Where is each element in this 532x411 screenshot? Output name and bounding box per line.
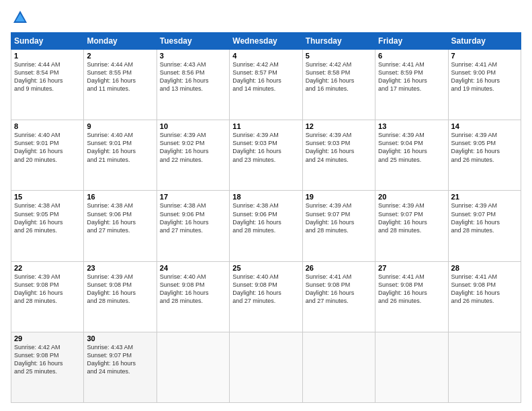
day-info: Sunrise: 4:41 AMSunset: 9:00 PMDaylight:… <box>451 61 500 92</box>
day-info: Sunrise: 4:40 AMSunset: 9:08 PMDaylight:… <box>160 273 209 304</box>
calendar-cell <box>448 332 521 402</box>
day-number: 23 <box>87 264 153 272</box>
day-number: 19 <box>306 193 372 201</box>
weekday-header: Sunday <box>11 33 84 50</box>
day-number: 8 <box>14 122 81 130</box>
logo-icon <box>11 8 30 27</box>
day-info: Sunrise: 4:43 AMSunset: 8:56 PMDaylight:… <box>160 61 209 92</box>
day-info: Sunrise: 4:38 AMSunset: 9:06 PMDaylight:… <box>160 202 209 233</box>
day-info: Sunrise: 4:44 AMSunset: 8:54 PMDaylight:… <box>14 61 63 92</box>
day-info: Sunrise: 4:39 AMSunset: 9:03 PMDaylight:… <box>232 132 281 163</box>
day-info: Sunrise: 4:39 AMSunset: 9:08 PMDaylight:… <box>14 273 63 304</box>
calendar-cell: 30 Sunrise: 4:43 AMSunset: 9:07 PMDaylig… <box>84 332 157 402</box>
day-number: 7 <box>451 52 518 60</box>
calendar-cell: 18 Sunrise: 4:38 AMSunset: 9:06 PMDaylig… <box>230 191 302 261</box>
day-number: 18 <box>232 193 299 201</box>
calendar-cell: 19 Sunrise: 4:39 AMSunset: 9:07 PMDaylig… <box>302 191 375 261</box>
day-info: Sunrise: 4:40 AMSunset: 9:01 PMDaylight:… <box>14 132 63 163</box>
calendar-cell: 3 Sunrise: 4:43 AMSunset: 8:56 PMDayligh… <box>157 50 229 120</box>
calendar-cell: 25 Sunrise: 4:40 AMSunset: 9:08 PMDaylig… <box>230 261 302 332</box>
calendar-cell: 16 Sunrise: 4:38 AMSunset: 9:06 PMDaylig… <box>84 191 157 261</box>
calendar-cell <box>302 332 375 402</box>
day-info: Sunrise: 4:40 AMSunset: 9:01 PMDaylight:… <box>87 132 136 163</box>
day-info: Sunrise: 4:41 AMSunset: 9:08 PMDaylight:… <box>451 273 500 304</box>
calendar-cell: 20 Sunrise: 4:39 AMSunset: 9:07 PMDaylig… <box>375 191 448 261</box>
calendar-cell: 4 Sunrise: 4:42 AMSunset: 8:57 PMDayligh… <box>230 50 302 120</box>
calendar-cell: 21 Sunrise: 4:39 AMSunset: 9:07 PMDaylig… <box>448 191 521 261</box>
day-number: 5 <box>306 52 372 60</box>
calendar-cell: 12 Sunrise: 4:39 AMSunset: 9:03 PMDaylig… <box>302 120 375 191</box>
calendar-cell: 17 Sunrise: 4:38 AMSunset: 9:06 PMDaylig… <box>157 191 229 261</box>
weekday-header: Friday <box>375 33 448 50</box>
calendar-cell: 29 Sunrise: 4:42 AMSunset: 9:08 PMDaylig… <box>11 332 84 402</box>
day-info: Sunrise: 4:39 AMSunset: 9:02 PMDaylight:… <box>160 132 209 163</box>
day-number: 20 <box>378 193 445 201</box>
calendar-cell: 1 Sunrise: 4:44 AMSunset: 8:54 PMDayligh… <box>11 50 84 120</box>
calendar-cell <box>157 332 229 402</box>
calendar-cell: 8 Sunrise: 4:40 AMSunset: 9:01 PMDayligh… <box>11 120 84 191</box>
calendar-cell: 23 Sunrise: 4:39 AMSunset: 9:08 PMDaylig… <box>84 261 157 332</box>
calendar-cell <box>230 332 302 402</box>
day-info: Sunrise: 4:39 AMSunset: 9:07 PMDaylight:… <box>378 202 427 233</box>
day-info: Sunrise: 4:38 AMSunset: 9:05 PMDaylight:… <box>14 202 63 233</box>
weekday-header: Wednesday <box>230 33 302 50</box>
weekday-header: Saturday <box>448 33 521 50</box>
calendar-cell: 10 Sunrise: 4:39 AMSunset: 9:02 PMDaylig… <box>157 120 229 191</box>
day-number: 12 <box>306 122 372 130</box>
calendar-cell: 24 Sunrise: 4:40 AMSunset: 9:08 PMDaylig… <box>157 261 229 332</box>
day-number: 17 <box>160 193 226 201</box>
day-number: 10 <box>160 122 226 130</box>
day-number: 14 <box>451 122 518 130</box>
day-number: 26 <box>306 264 372 272</box>
calendar-cell: 11 Sunrise: 4:39 AMSunset: 9:03 PMDaylig… <box>230 120 302 191</box>
day-info: Sunrise: 4:38 AMSunset: 9:06 PMDaylight:… <box>87 202 136 233</box>
weekday-header: Monday <box>84 33 157 50</box>
day-info: Sunrise: 4:39 AMSunset: 9:05 PMDaylight:… <box>451 132 500 163</box>
calendar-table: SundayMondayTuesdayWednesdayThursdayFrid… <box>11 32 521 403</box>
page: SundayMondayTuesdayWednesdayThursdayFrid… <box>0 0 532 411</box>
calendar-cell: 28 Sunrise: 4:41 AMSunset: 9:08 PMDaylig… <box>448 261 521 332</box>
day-number: 13 <box>378 122 445 130</box>
day-number: 25 <box>232 264 299 272</box>
day-info: Sunrise: 4:42 AMSunset: 8:58 PMDaylight:… <box>306 61 355 92</box>
calendar-cell: 2 Sunrise: 4:44 AMSunset: 8:55 PMDayligh… <box>84 50 157 120</box>
day-number: 16 <box>87 193 153 201</box>
weekday-header: Tuesday <box>157 33 229 50</box>
day-number: 2 <box>87 52 153 60</box>
calendar-cell: 6 Sunrise: 4:41 AMSunset: 8:59 PMDayligh… <box>375 50 448 120</box>
day-info: Sunrise: 4:39 AMSunset: 9:04 PMDaylight:… <box>378 132 427 163</box>
day-info: Sunrise: 4:41 AMSunset: 9:08 PMDaylight:… <box>378 273 427 304</box>
day-number: 9 <box>87 122 153 130</box>
day-info: Sunrise: 4:39 AMSunset: 9:07 PMDaylight:… <box>306 202 355 233</box>
day-info: Sunrise: 4:44 AMSunset: 8:55 PMDaylight:… <box>87 61 136 92</box>
day-info: Sunrise: 4:42 AMSunset: 9:08 PMDaylight:… <box>14 344 63 375</box>
calendar-cell: 13 Sunrise: 4:39 AMSunset: 9:04 PMDaylig… <box>375 120 448 191</box>
header <box>11 8 521 27</box>
day-number: 27 <box>378 264 445 272</box>
day-number: 24 <box>160 264 226 272</box>
calendar-cell: 14 Sunrise: 4:39 AMSunset: 9:05 PMDaylig… <box>448 120 521 191</box>
day-info: Sunrise: 4:38 AMSunset: 9:06 PMDaylight:… <box>232 202 281 233</box>
day-number: 11 <box>232 122 299 130</box>
calendar-cell: 22 Sunrise: 4:39 AMSunset: 9:08 PMDaylig… <box>11 261 84 332</box>
day-info: Sunrise: 4:39 AMSunset: 9:03 PMDaylight:… <box>306 132 355 163</box>
calendar-cell: 7 Sunrise: 4:41 AMSunset: 9:00 PMDayligh… <box>448 50 521 120</box>
day-info: Sunrise: 4:43 AMSunset: 9:07 PMDaylight:… <box>87 344 136 375</box>
day-info: Sunrise: 4:41 AMSunset: 9:08 PMDaylight:… <box>306 273 355 304</box>
day-info: Sunrise: 4:42 AMSunset: 8:57 PMDaylight:… <box>232 61 281 92</box>
day-info: Sunrise: 4:40 AMSunset: 9:08 PMDaylight:… <box>232 273 281 304</box>
day-number: 30 <box>87 334 153 342</box>
calendar-cell <box>375 332 448 402</box>
day-info: Sunrise: 4:41 AMSunset: 8:59 PMDaylight:… <box>378 61 427 92</box>
day-number: 21 <box>451 193 518 201</box>
day-number: 28 <box>451 264 518 272</box>
day-number: 3 <box>160 52 226 60</box>
day-number: 4 <box>232 52 299 60</box>
day-number: 29 <box>14 334 81 342</box>
calendar-cell: 15 Sunrise: 4:38 AMSunset: 9:05 PMDaylig… <box>11 191 84 261</box>
logo <box>11 8 32 27</box>
calendar-cell: 26 Sunrise: 4:41 AMSunset: 9:08 PMDaylig… <box>302 261 375 332</box>
day-number: 15 <box>14 193 81 201</box>
day-info: Sunrise: 4:39 AMSunset: 9:07 PMDaylight:… <box>451 202 500 233</box>
day-number: 22 <box>14 264 81 272</box>
